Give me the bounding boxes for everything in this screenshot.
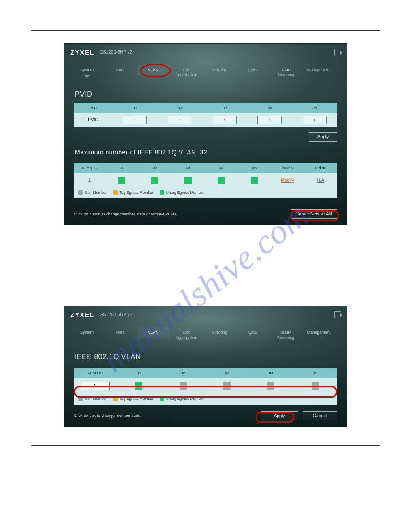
- pvid-input-02[interactable]: [168, 116, 192, 124]
- brand-logo: ZYXEL: [70, 48, 94, 56]
- vlan2-port-04-state[interactable]: [267, 382, 274, 390]
- vlan-delete-na: N/A: [317, 178, 325, 183]
- pvid-input-01[interactable]: [123, 116, 147, 124]
- tab-igmp-snooping[interactable]: IGMP Snooping: [269, 65, 302, 81]
- vlan2-id-input[interactable]: [81, 382, 110, 390]
- vlan-header-03: 03: [171, 163, 205, 173]
- vlan-row-id: 1: [74, 174, 105, 186]
- panel2-cancel-button[interactable]: Cancel: [303, 411, 337, 420]
- tab2-vlan[interactable]: VLAN: [137, 327, 170, 338]
- legend-nonmember-label: Non-Member: [85, 190, 107, 195]
- pvid-input-04[interactable]: [257, 116, 282, 124]
- legend2-untag-swatch: [160, 397, 164, 401]
- panel2-apply-button[interactable]: Apply: [261, 411, 298, 420]
- vlan2-header-id: VLAN ID: [74, 368, 117, 378]
- legend2-tag-label: Tag Egress Member: [120, 396, 154, 401]
- vlan-header-05: 05: [238, 163, 271, 173]
- tab-management[interactable]: Management: [302, 65, 335, 75]
- vlan-header-delete: Delete: [304, 163, 337, 173]
- legend2-tag-swatch: [113, 397, 118, 401]
- vlan2-port-05-state[interactable]: [312, 382, 319, 390]
- pvid-col-05: 05: [292, 103, 337, 113]
- vlan2-header-03: 03: [205, 368, 249, 378]
- vlan2-row: [74, 378, 337, 394]
- vlan-header-04: 04: [205, 163, 238, 173]
- vlan-legend: Non-Member Tag Egress Member Untag Egres…: [74, 188, 337, 199]
- vlan2-card: VLAN ID 01 02 03 04 05 Non-Member Tag Eg…: [74, 368, 337, 405]
- panel2-header: ZYXEL GS1200-5HP v2: [64, 306, 347, 321]
- vlan2-port-03-state[interactable]: [223, 382, 231, 390]
- tab-link-aggregation[interactable]: Link Aggregation: [170, 65, 203, 81]
- legend-untag-label: Untag Egress Member: [166, 190, 204, 195]
- pvid-col-04: 04: [247, 103, 292, 113]
- legend-untag-swatch: [160, 190, 164, 195]
- tab2-port[interactable]: Port: [103, 327, 137, 338]
- nav-tabs: System Port VLAN Link Aggregation Mirror…: [64, 59, 347, 83]
- vlan-card: VLAN ID 01 02 03 04 05 Modify Delete 1 M…: [74, 163, 337, 199]
- tab2-qos[interactable]: QoS: [236, 327, 269, 338]
- vlan2-header-01: 01: [117, 368, 161, 378]
- logout-icon-2[interactable]: [334, 311, 341, 318]
- legend-nonmember-swatch: [78, 190, 83, 195]
- tab2-link-aggregation[interactable]: Link Aggregation: [170, 327, 203, 343]
- vlan2-header-04: 04: [249, 368, 293, 378]
- vlan2-port-01-state[interactable]: [135, 382, 142, 390]
- vlan-header-id: VLAN ID: [74, 163, 105, 173]
- vlan2-header-05: 05: [293, 368, 337, 378]
- legend-tag-label: Tag Egress Member: [120, 190, 154, 195]
- pvid-title: PVID: [64, 83, 347, 103]
- vlan-port-04-state[interactable]: [218, 177, 225, 184]
- vlan-row-1: 1 Modify N/A: [74, 173, 337, 188]
- vlan2-legend: Non-Member Tag Egress Member Untag Egres…: [74, 394, 337, 405]
- tab-mirroring[interactable]: Mirroring: [203, 65, 236, 75]
- vlan-header-02: 02: [138, 163, 171, 173]
- panel2-footer: Click on box to change member state. App…: [64, 405, 347, 427]
- tab-port[interactable]: Port: [103, 65, 137, 75]
- vlan-port-02-state[interactable]: [151, 177, 158, 184]
- panel2-hint: Click on box to change member state.: [74, 413, 141, 418]
- pvid-input-05[interactable]: [303, 116, 327, 124]
- tab2-management[interactable]: Management: [302, 327, 335, 338]
- vlan2-port-02-state[interactable]: [180, 382, 187, 390]
- legend-tag-swatch: [113, 190, 118, 195]
- tab2-system[interactable]: System: [70, 327, 103, 338]
- footer-hint: Click on button to change member state o…: [74, 212, 177, 216]
- model-label-2: GS1200-5HP v2: [99, 312, 132, 317]
- vlan-max-title: Maximum number of IEEE 802.1Q VLAN: 32: [64, 142, 347, 160]
- nav-tabs-2: System Port VLAN Link Aggregation Mirror…: [64, 321, 347, 346]
- tab-system[interactable]: System: [70, 65, 103, 75]
- model-label: GS1200-5HP v2: [99, 50, 132, 55]
- pvid-col-01: 01: [112, 103, 157, 113]
- pvid-apply-button[interactable]: Apply: [309, 132, 337, 142]
- pvid-col-03: 03: [202, 103, 247, 113]
- vlan-panel-1: ZYXEL GS1200-5HP v2 System Port VLAN Lin…: [64, 43, 347, 225]
- panel-header: ZYXEL GS1200-5HP v2: [64, 44, 347, 59]
- legend2-untag-label: Untag Egress Member: [166, 396, 204, 401]
- logout-icon[interactable]: [334, 49, 341, 56]
- pvid-input-03[interactable]: [213, 116, 237, 124]
- tab2-mirroring[interactable]: Mirroring: [203, 327, 236, 338]
- vlan-port-05-state[interactable]: [251, 177, 258, 184]
- pvid-port-header: Port: [74, 103, 112, 113]
- create-new-vlan-button[interactable]: Create New VLAN: [291, 209, 337, 219]
- vlan-panel-2: ZYXEL GS1200-5HP v2 System Port VLAN Lin…: [64, 306, 347, 427]
- vlan-modify-link[interactable]: Modify: [281, 178, 294, 183]
- panel1-footer: Click on button to change member state o…: [64, 203, 347, 225]
- pvid-card: Port 01 02 03 04 05 PVID: [74, 103, 337, 127]
- legend2-nonmember-swatch: [78, 397, 83, 401]
- vlan-header-01: 01: [105, 163, 138, 173]
- legend2-nonmember-label: Non-Member: [85, 396, 107, 401]
- pvid-col-02: 02: [157, 103, 202, 113]
- panel2-title: IEEE 802.1Q VLAN: [64, 346, 347, 365]
- vlan-header-modify: Modify: [271, 163, 304, 173]
- vlan-port-03-state[interactable]: [184, 177, 192, 184]
- tab-vlan[interactable]: VLAN: [137, 65, 170, 75]
- tab-qos[interactable]: QoS: [236, 65, 269, 75]
- vlan-port-01-state[interactable]: [118, 177, 125, 184]
- brand-logo-2: ZYXEL: [70, 311, 94, 318]
- tab2-igmp-snooping[interactable]: IGMP Snooping: [269, 327, 302, 343]
- vlan2-header-02: 02: [161, 368, 205, 378]
- pvid-row-label: PVID: [74, 115, 112, 125]
